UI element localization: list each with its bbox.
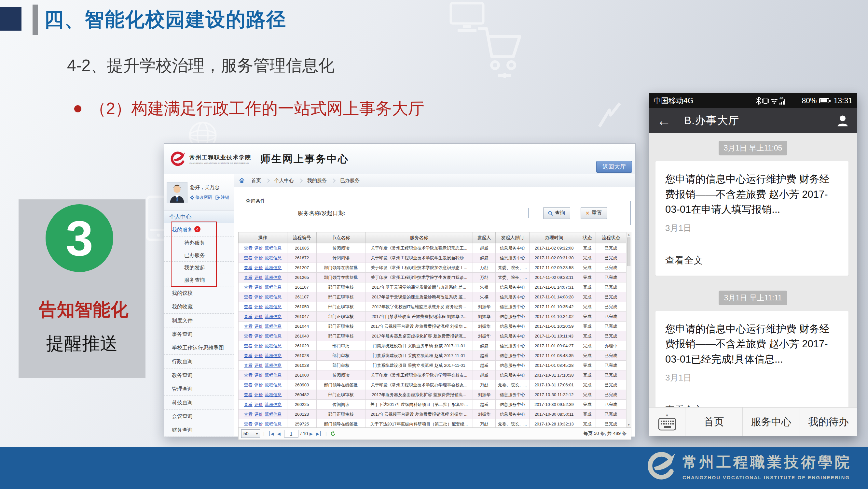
row-action-link[interactable]: 评价	[254, 334, 263, 339]
breadcrumb-item[interactable]: 首页	[246, 177, 266, 184]
change-password-link[interactable]: 修改密码	[190, 195, 212, 200]
row-action-link[interactable]: 评价	[254, 304, 263, 309]
breadcrumb-item[interactable]: 个人中心	[269, 177, 299, 184]
row-action-link[interactable]: 评价	[254, 324, 263, 329]
phone-tab-我的待办[interactable]: 我的待办	[800, 407, 857, 436]
row-action-link[interactable]: 评价	[254, 285, 263, 290]
refresh-icon[interactable]	[330, 431, 336, 436]
row-action-link[interactable]: 查看	[244, 285, 253, 290]
row-action-link[interactable]: 流程信息	[265, 402, 282, 407]
row-action-link[interactable]: 流程信息	[265, 382, 282, 387]
logout-link[interactable]: 注销	[215, 195, 229, 200]
sidebar-subitem[interactable]: 我的发起	[164, 262, 234, 274]
row-action-link[interactable]: 流程信息	[265, 304, 282, 309]
sidebar-item[interactable]: 会议查询	[164, 409, 234, 423]
sidebar-item[interactable]: 我的议校	[164, 286, 234, 300]
row-action-link[interactable]: 流程信息	[265, 363, 282, 368]
row-action-link[interactable]: 评价	[254, 275, 263, 280]
row-action-link[interactable]: 评价	[254, 392, 263, 397]
first-page-button[interactable]: ◀	[270, 431, 274, 436]
back-to-hall-button[interactable]: 返回大厅	[596, 161, 632, 173]
search-button[interactable]: 查询	[543, 207, 570, 219]
page-number-input[interactable]: 1	[284, 430, 299, 437]
row-action-link[interactable]: 查看	[244, 255, 253, 260]
row-action-link[interactable]: 查看	[244, 265, 253, 270]
row-action-link[interactable]: 评价	[254, 255, 263, 260]
sidebar-item[interactable]: 事务查询	[164, 327, 234, 341]
row-action-link[interactable]: 评价	[254, 382, 263, 387]
row-action-link[interactable]: 流程信息	[265, 324, 282, 329]
row-action-link[interactable]: 流程信息	[265, 294, 282, 299]
row-action-link[interactable]: 流程信息	[265, 246, 282, 251]
row-action-link[interactable]: 查看	[244, 353, 253, 358]
prev-page-button[interactable]: ◀	[277, 431, 281, 436]
row-action-link[interactable]: 查看	[244, 314, 253, 319]
row-action-link[interactable]: 查看	[244, 334, 253, 339]
row-action-link[interactable]: 流程信息	[265, 334, 282, 339]
row-action-link[interactable]: 查看	[244, 343, 253, 348]
row-action-link[interactable]: 评价	[254, 422, 263, 427]
row-action-link[interactable]: 查看	[244, 304, 253, 309]
row-action-link[interactable]: 查看	[244, 294, 253, 299]
scroll-down-icon[interactable]: ▼	[626, 423, 631, 427]
message-card[interactable]: 您申请的信息中心运行维护费 财务经费报销——不含差旅费 赵小芳 2017-03-…	[655, 161, 848, 276]
profile-icon[interactable]	[836, 114, 849, 127]
keyboard-button[interactable]: ▲	[649, 407, 685, 436]
sidebar-item[interactable]: 制度文件	[164, 314, 234, 327]
row-action-link[interactable]: 流程信息	[265, 314, 282, 319]
scrollbar-thumb[interactable]	[627, 237, 630, 266]
row-action-link[interactable]: 流程信息	[265, 343, 282, 348]
message-card[interactable]: 您申请的信息中心运行维护费 财务经费报销——不含差旅费 赵小芳 2017-03-…	[655, 311, 848, 407]
row-action-link[interactable]: 查看	[244, 246, 253, 251]
sidebar-item[interactable]: 行政查询	[164, 355, 234, 369]
row-action-link[interactable]: 查看	[244, 382, 253, 387]
sidebar-subitem[interactable]: 待办服务	[164, 237, 234, 249]
phone-tab-首页[interactable]: 首页	[685, 407, 743, 436]
view-full-text-link[interactable]: 查看全文	[665, 254, 839, 267]
sidebar-item-my-service[interactable]: 我的服务4	[164, 223, 234, 237]
row-action-link[interactable]: 查看	[244, 363, 253, 368]
row-action-link[interactable]: 评价	[254, 265, 263, 270]
reset-button[interactable]: ✕ 重置	[581, 207, 607, 219]
row-action-link[interactable]: 评价	[254, 373, 263, 378]
row-action-link[interactable]: 查看	[244, 373, 253, 378]
row-action-link[interactable]: 流程信息	[265, 353, 282, 358]
table-scrollbar[interactable]: ▲ ▼	[626, 232, 631, 427]
sidebar-item[interactable]: 科技查询	[164, 396, 234, 409]
sidebar-item[interactable]: 教务查询	[164, 369, 234, 382]
row-action-link[interactable]: 流程信息	[265, 373, 282, 378]
row-action-link[interactable]: 流程信息	[265, 412, 282, 417]
row-action-link[interactable]: 流程信息	[265, 285, 282, 290]
row-action-link[interactable]: 评价	[254, 412, 263, 417]
row-action-link[interactable]: 评价	[254, 246, 263, 251]
query-input[interactable]	[347, 208, 529, 218]
row-action-link[interactable]: 查看	[244, 412, 253, 417]
phone-tab-服务中心[interactable]: 服务中心	[743, 407, 800, 436]
sidebar-item[interactable]: 学校工作运行思维导图	[164, 341, 234, 355]
page-size-select[interactable]: 50▾	[241, 429, 260, 438]
row-action-link[interactable]: 评价	[254, 343, 263, 348]
sidebar-item[interactable]: 管理查询	[164, 382, 234, 396]
sidebar-section-personal-center[interactable]: 个人中心	[164, 211, 234, 223]
row-action-link[interactable]: 评价	[254, 402, 263, 407]
sidebar-subitem[interactable]: 服务查询	[164, 274, 234, 286]
row-action-link[interactable]: 评价	[254, 294, 263, 299]
row-action-link[interactable]: 流程信息	[265, 265, 282, 270]
row-action-link[interactable]: 流程信息	[265, 392, 282, 397]
view-full-text-link[interactable]: 查看全文	[665, 404, 839, 407]
row-action-link[interactable]: 查看	[244, 392, 253, 397]
row-action-link[interactable]: 查看	[244, 402, 253, 407]
row-action-link[interactable]: 查看	[244, 275, 253, 280]
row-action-link[interactable]: 流程信息	[265, 255, 282, 260]
sidebar-item[interactable]: 我的收藏	[164, 300, 234, 314]
breadcrumb-item[interactable]: 我的服务	[302, 177, 332, 184]
last-page-button[interactable]: ▶	[316, 431, 320, 436]
row-action-link[interactable]: 查看	[244, 422, 253, 427]
row-action-link[interactable]: 查看	[244, 324, 253, 329]
row-action-link[interactable]: 评价	[254, 363, 263, 368]
sidebar-subitem[interactable]: 已办服务	[164, 249, 234, 262]
sidebar-item[interactable]: 财务查询	[164, 423, 234, 437]
row-action-link[interactable]: 评价	[254, 314, 263, 319]
next-page-button[interactable]: ▶	[310, 431, 313, 436]
row-action-link[interactable]: 流程信息	[265, 422, 282, 427]
